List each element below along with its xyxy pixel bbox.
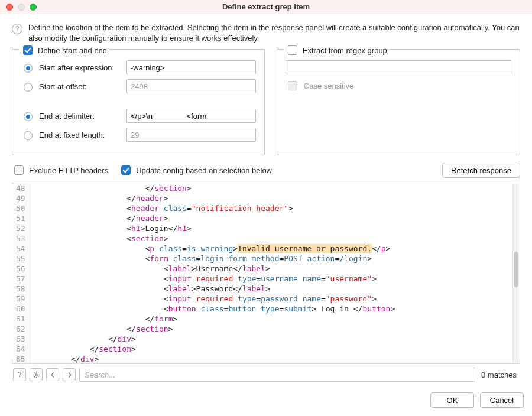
update-config-label: Update config based on selection below	[136, 166, 272, 175]
refetch-button[interactable]: Refetch response	[442, 162, 520, 178]
config-panels: Define start and end Start after express…	[12, 49, 520, 155]
response-editor[interactable]: 4849505152535455565758596061626364656667…	[12, 183, 520, 363]
prev-match-icon[interactable]	[46, 368, 59, 381]
update-config-checkbox[interactable]	[121, 165, 131, 175]
regex-input-row	[286, 60, 511, 74]
regex-input[interactable]	[286, 60, 511, 74]
panel-header-right: Extract from regex group	[283, 44, 390, 57]
start-after-row: Start after expression:	[21, 60, 256, 74]
start-offset-row: Start at offset:	[21, 79, 256, 93]
case-sensitive-label: Case sensitive	[304, 82, 354, 90]
titlebar: Define extract grep item	[0, 0, 532, 14]
end-fixed-radio[interactable]	[24, 131, 33, 140]
dialog-content: ? Define the location of the item to be …	[0, 14, 532, 388]
case-sensitive-row: Case sensitive	[286, 79, 511, 92]
dialog-buttons: OK Cancel	[0, 388, 532, 416]
end-delim-row: End at delimiter:	[21, 109, 256, 123]
exclude-headers-checkbox[interactable]	[14, 165, 24, 175]
code-body[interactable]: </section> </header> <header class="noti…	[31, 183, 520, 363]
regex-group-checkbox[interactable]	[288, 46, 297, 55]
panel-header-left-label: Define start and end	[38, 46, 107, 55]
next-match-icon[interactable]	[63, 368, 76, 381]
start-offset-input[interactable]	[126, 79, 256, 93]
description-row: ? Define the location of the item to be …	[12, 22, 520, 43]
end-fixed-row: End at fixed length:	[21, 128, 256, 142]
match-count: 0 matches	[479, 370, 519, 379]
help-icon[interactable]: ?	[12, 24, 22, 34]
start-after-input[interactable]	[126, 60, 256, 74]
ok-button[interactable]: OK	[430, 392, 474, 408]
end-fixed-label: End at fixed length:	[39, 131, 122, 139]
editor-toolbar: ? 0 matches	[12, 363, 520, 385]
exclude-headers-option: Exclude HTTP headers	[12, 164, 108, 177]
panel-header-right-label: Extract from regex group	[303, 46, 387, 55]
end-delim-input[interactable]	[126, 109, 256, 123]
dialog-window: Define extract grep item ? Define the lo…	[0, 0, 532, 416]
scrollbar[interactable]	[512, 184, 519, 362]
window-title: Define extract grep item	[0, 2, 532, 11]
cancel-button[interactable]: Cancel	[480, 392, 524, 408]
regex-panel: Extract from regex group Case sensitive	[277, 49, 520, 155]
start-offset-label: Start at offset:	[39, 82, 122, 91]
help-icon[interactable]: ?	[13, 368, 26, 381]
start-after-label: Start after expression:	[39, 63, 122, 72]
case-sensitive-checkbox	[288, 81, 297, 90]
svg-point-0	[35, 373, 37, 376]
update-config-option: Update config based on selection below	[119, 164, 272, 177]
exclude-headers-label: Exclude HTTP headers	[29, 166, 108, 175]
options-row: Exclude HTTP headers Update config based…	[12, 162, 520, 178]
description-text: Define the location of the item to be ex…	[28, 22, 520, 43]
start-offset-radio[interactable]	[24, 83, 33, 92]
end-delim-radio[interactable]	[24, 112, 33, 121]
end-delim-label: End at delimiter:	[39, 112, 122, 121]
define-start-end-panel: Define start and end Start after express…	[12, 49, 265, 155]
search-input[interactable]	[79, 368, 475, 382]
line-gutter: 4849505152535455565758596061626364656667	[12, 183, 31, 363]
panel-header-left: Define start and end	[18, 44, 109, 57]
end-fixed-input[interactable]	[126, 128, 256, 142]
scrollbar-thumb[interactable]	[514, 252, 518, 287]
define-start-end-checkbox[interactable]	[23, 46, 33, 55]
gear-icon[interactable]	[30, 368, 43, 381]
start-after-radio[interactable]	[24, 64, 33, 73]
